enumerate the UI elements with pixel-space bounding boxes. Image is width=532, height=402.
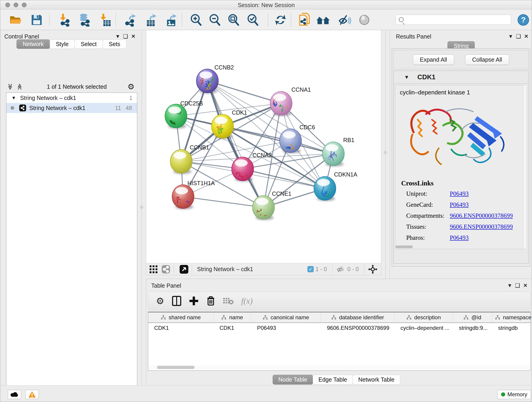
save-session-icon[interactable]: [30, 13, 44, 27]
right-splitter[interactable]: [385, 30, 386, 279]
table-panel-float-menu-icon[interactable]: ▼: [506, 283, 514, 288]
table-cell[interactable]: CDK1: [214, 323, 251, 333]
table-panel-close-icon[interactable]: ✕: [521, 283, 529, 288]
string-view-icon[interactable]: [161, 265, 171, 274]
tab-network-table[interactable]: Network Table: [353, 375, 400, 385]
expand-all-button[interactable]: Expand All: [413, 55, 454, 65]
results-panel-close-icon[interactable]: ✕: [522, 33, 530, 39]
column-header[interactable]: description: [394, 313, 453, 322]
node-CCNB2[interactable]: CCNB2: [196, 64, 234, 94]
search-input[interactable]: [405, 15, 511, 24]
edge-HIST1H1A-CCNE1[interactable]: [183, 197, 264, 207]
zoom-out-icon[interactable]: [208, 13, 222, 27]
column-header[interactable]: shared name: [148, 313, 214, 322]
column-header[interactable]: namespace: [492, 313, 532, 322]
table-cell[interactable]: stringdb:9...: [453, 323, 492, 333]
edge-CCNB2-CCNE1[interactable]: [207, 81, 264, 207]
birdseye-view-icon[interactable]: [179, 265, 189, 274]
warning-status-button[interactable]: [25, 390, 39, 399]
edge-CCNB2-CCNA1[interactable]: [207, 81, 281, 103]
import-network-database-icon[interactable]: [77, 13, 91, 27]
zoom-selected-icon[interactable]: [246, 13, 260, 27]
results-panel-float-menu-icon[interactable]: ▼: [507, 33, 515, 39]
control-panel-float-icon[interactable]: ❑: [122, 33, 129, 40]
tab-style[interactable]: Style: [50, 39, 75, 49]
table-row[interactable]: CDK1CDK1P064939606.ENSP00000378699cyclin…: [148, 323, 530, 333]
hidden-items-icon[interactable]: [336, 265, 346, 274]
column-header[interactable]: canonical name: [251, 313, 321, 322]
zoom-in-icon[interactable]: [189, 13, 203, 27]
edge-CDK1-RB1[interactable]: [222, 126, 333, 154]
string-home-icon[interactable]: [316, 13, 330, 27]
column-header[interactable]: @id: [453, 313, 492, 322]
compartments-link[interactable]: 9606.ENSP00000378699: [450, 212, 513, 219]
tab-node-table[interactable]: Node Table: [273, 375, 313, 385]
export-network-icon[interactable]: [123, 13, 138, 27]
expand-all-networks-icon[interactable]: ≫: [7, 83, 14, 89]
zoom-fit-icon[interactable]: [227, 13, 241, 27]
cloud-status-button[interactable]: [8, 390, 21, 399]
table-cell[interactable]: CDK1: [148, 323, 214, 333]
collapse-all-networks-icon[interactable]: ≫: [16, 83, 23, 89]
canvas-table-splitter[interactable]: [146, 275, 381, 279]
create-column-icon[interactable]: [189, 296, 199, 306]
pharos-link[interactable]: P06493: [450, 234, 469, 241]
control-panel-float-menu-icon[interactable]: ▼: [114, 33, 122, 39]
node-CDC6[interactable]: CDC6: [279, 124, 315, 154]
uniprot-link[interactable]: P06493: [450, 190, 469, 197]
export-table-icon[interactable]: [144, 13, 158, 27]
delete-table-icon[interactable]: [223, 297, 234, 305]
pan-crosshair-icon[interactable]: [368, 265, 378, 274]
collapse-all-button[interactable]: Collapse All: [465, 55, 509, 65]
column-header[interactable]: name: [214, 313, 251, 322]
help-icon[interactable]: ?: [516, 13, 530, 27]
function-builder-icon[interactable]: f(x): [241, 296, 253, 306]
table-horizontal-scrollbar[interactable]: [149, 365, 530, 370]
import-table-icon[interactable]: [98, 13, 113, 27]
collapse-triangle-icon[interactable]: ▼: [12, 95, 16, 101]
table-cell[interactable]: stringdb: [492, 323, 532, 333]
show-orb-icon[interactable]: [357, 13, 371, 27]
network-canvas[interactable]: CCNB2CCNA1CDC25BCDK1CDC6RB1CCNB1CCNA2CDK…: [146, 30, 381, 263]
hide-glasses-icon[interactable]: [337, 13, 352, 27]
node-RB1[interactable]: RB1: [322, 137, 355, 166]
table-options-gear-icon[interactable]: ⚙: [156, 296, 164, 306]
table-cell[interactable]: cyclin–dependent ...: [394, 323, 453, 333]
column-header[interactable]: database identifier: [321, 313, 394, 322]
tab-sets[interactable]: Sets: [103, 39, 127, 49]
network-collection-row[interactable]: ▼ String Network – cdk1 1: [6, 93, 137, 103]
table-horizontal-scrollbar-thumb[interactable]: [157, 366, 195, 369]
node-CCNA1[interactable]: CCNA1: [266, 86, 311, 118]
node-HIST1H1A[interactable]: HIST1H1A: [172, 180, 215, 211]
tab-edge-table[interactable]: Edge Table: [313, 375, 353, 385]
network-options-gear-icon[interactable]: ⚙: [128, 83, 134, 90]
node-CCNB1[interactable]: CCNB1: [170, 144, 209, 174]
tissues-link[interactable]: 9606.ENSP00000378699: [450, 223, 513, 230]
export-image-icon[interactable]: [164, 13, 178, 27]
open-session-icon[interactable]: [9, 13, 23, 27]
node-CDKN1A[interactable]: CDKN1A: [314, 171, 357, 205]
table-cell[interactable]: 9606.ENSP00000378699: [321, 323, 394, 333]
tab-network[interactable]: Network: [17, 39, 50, 49]
results-vertical-scrollbar[interactable]: [523, 85, 527, 249]
control-panel-close-icon[interactable]: ✕: [129, 33, 137, 39]
right-splitter-handle[interactable]: [384, 151, 387, 154]
selected-nodes-checkbox[interactable]: ✓: [307, 266, 314, 272]
import-network-file-icon[interactable]: [57, 13, 72, 27]
tab-select[interactable]: Select: [75, 39, 103, 49]
string-document-icon[interactable]: [298, 13, 312, 27]
results-horizontal-scrollbar-thumb[interactable]: [395, 245, 413, 248]
refresh-icon[interactable]: [273, 13, 288, 27]
results-panel-float-icon[interactable]: ❑: [515, 33, 522, 40]
gene-card-header[interactable]: ▼ CDK1: [394, 71, 528, 84]
table-cell[interactable]: P06493: [251, 323, 321, 333]
genecard-link[interactable]: P06493: [450, 201, 469, 208]
table-panel-float-icon[interactable]: ❑: [514, 282, 521, 289]
delete-column-icon[interactable]: [206, 296, 215, 306]
memory-button[interactable]: Memory: [497, 390, 531, 399]
show-columns-icon[interactable]: [172, 296, 181, 306]
network-row-selected[interactable]: String Network – cdk1 11 48: [6, 103, 137, 113]
left-splitter-handle[interactable]: [140, 206, 143, 209]
collapse-triangle-icon[interactable]: ▼: [404, 74, 409, 80]
grid-view-icon[interactable]: [148, 265, 158, 274]
